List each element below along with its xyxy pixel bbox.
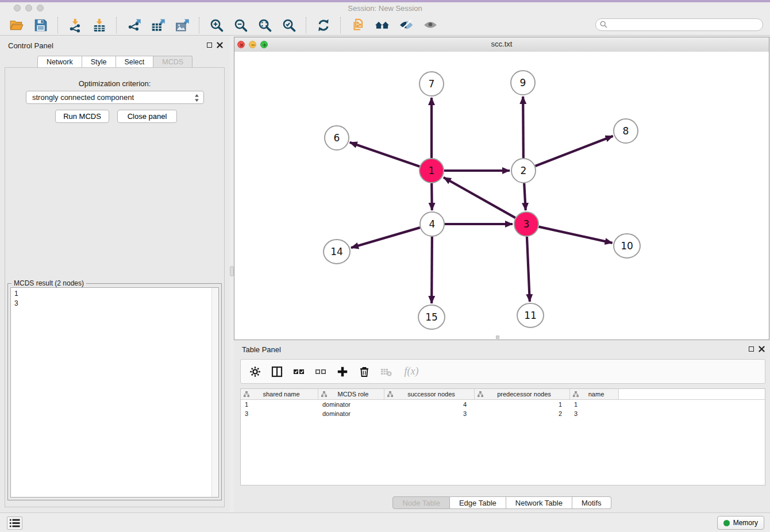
show-panels-button[interactable] [7, 516, 22, 530]
toolbar-separator [116, 17, 117, 33]
export-table-button[interactable] [148, 16, 168, 34]
float-icon[interactable] [749, 346, 754, 352]
home-button[interactable] [372, 16, 392, 34]
clone-network-button[interactable] [348, 16, 368, 34]
graph-node-11[interactable]: 11 [517, 303, 544, 327]
graph-node-10[interactable]: 10 [614, 234, 640, 258]
show-details-button[interactable] [421, 16, 440, 34]
save-session-button[interactable] [31, 16, 51, 34]
add-column-button[interactable] [336, 365, 349, 379]
select-all-button[interactable] [292, 365, 305, 379]
split-view-icon [271, 365, 283, 378]
zoom-selected-icon [282, 18, 297, 33]
graph-node-15[interactable]: 15 [418, 305, 445, 329]
search-input[interactable] [595, 18, 763, 31]
control-panel: Control Panel NetworkStyleSelectMCDS Opt… [0, 36, 230, 512]
toolbar-separator [306, 17, 307, 33]
column-label: predecessor nodes [483, 391, 569, 398]
table-cell: dominator [318, 410, 384, 417]
graph-node-1[interactable]: 1 [419, 159, 444, 183]
tab-edge-table[interactable]: Edge Table [450, 496, 506, 509]
graph-node-9[interactable]: 9 [511, 71, 535, 95]
toolbar-separator [199, 17, 200, 33]
result-scrollbar[interactable] [211, 288, 218, 497]
tab-network[interactable]: Network [37, 56, 82, 68]
graph-node-4[interactable]: 4 [420, 212, 444, 236]
run-mcds-button[interactable]: Run MCDS [55, 110, 109, 123]
split-view-button[interactable] [271, 365, 283, 379]
zoom-out-button[interactable] [231, 16, 251, 34]
edge-4-15[interactable] [432, 237, 432, 303]
column-header-successor-nodes[interactable]: successor nodes [384, 389, 475, 400]
open-session-button[interactable] [7, 16, 26, 34]
edge-2-9[interactable] [523, 97, 523, 158]
mcds-result-box[interactable]: 13 [10, 287, 219, 498]
float-icon[interactable] [207, 43, 212, 48]
zoom-in-button[interactable] [207, 16, 226, 34]
export-network-button[interactable] [124, 16, 144, 34]
table-cell: 1 [475, 401, 570, 408]
zoom-fit-button[interactable] [255, 16, 275, 34]
import-table-button[interactable] [90, 16, 109, 34]
edge-1-6[interactable] [350, 142, 420, 167]
network-graph: 7968124314101511 [234, 52, 769, 340]
panel-splitter[interactable] [230, 266, 234, 276]
column-header-MCDS-role[interactable]: MCDS role [318, 389, 384, 400]
mcds-result-title: MCDS result (2 nodes) [11, 279, 86, 287]
tab-select[interactable]: Select [116, 56, 154, 68]
column-header-shared-name[interactable]: shared name [241, 389, 318, 400]
node-label: 8 [623, 125, 629, 137]
mcds-result-lines: 13 [11, 288, 218, 310]
import-network-icon [68, 18, 83, 33]
edge-3-10[interactable] [538, 227, 612, 243]
control-panel-tabs: NetworkStyleSelectMCDS [0, 56, 230, 68]
tab-mcds[interactable]: MCDS [153, 56, 192, 68]
edge-2-3[interactable] [524, 183, 526, 210]
import-table-icon [92, 18, 107, 33]
edge-2-8[interactable] [536, 136, 613, 166]
edge-1-4[interactable] [432, 183, 432, 210]
graph-node-3[interactable]: 3 [514, 212, 538, 236]
tab-node-table[interactable]: Node Table [392, 496, 450, 509]
close-icon[interactable] [759, 346, 765, 352]
sort-hierarchy-icon [321, 391, 327, 397]
tab-network-table[interactable]: Network Table [506, 496, 572, 509]
memory-button[interactable]: Memory [717, 516, 764, 530]
window-resize-grip[interactable] [496, 336, 499, 339]
node-label: 4 [429, 218, 436, 230]
node-label: 3 [523, 218, 530, 230]
show-details-icon [423, 18, 438, 33]
export-image-button[interactable] [172, 16, 192, 34]
column-label: successor nodes [393, 391, 474, 398]
zoom-selected-button[interactable] [279, 16, 299, 34]
tab-style[interactable]: Style [82, 56, 116, 68]
graph-node-2[interactable]: 2 [511, 159, 536, 183]
tab-motifs[interactable]: Motifs [572, 496, 611, 509]
graph-node-6[interactable]: 6 [325, 126, 349, 150]
delete-rows-icon [358, 365, 371, 378]
sort-hierarchy-icon [387, 391, 393, 397]
graph-node-7[interactable]: 7 [419, 72, 444, 96]
optimization-select-value: strongly connected component [32, 93, 134, 102]
hide-details-button[interactable] [396, 16, 416, 34]
edge-3-11[interactable] [527, 237, 530, 302]
node-label: 2 [521, 165, 527, 176]
column-header-predecessor-nodes[interactable]: predecessor nodes [475, 389, 570, 400]
edge-3-1[interactable] [444, 178, 515, 218]
graph-node-8[interactable]: 8 [614, 119, 638, 143]
table-row[interactable]: 1dominator411 [241, 400, 765, 409]
delete-rows-button[interactable] [358, 365, 371, 379]
edge-4-14[interactable] [351, 228, 420, 248]
refresh-button[interactable] [314, 16, 333, 34]
deselect-all-button[interactable] [314, 365, 327, 379]
optimization-select[interactable]: strongly connected component [26, 91, 204, 104]
clone-network-icon [351, 18, 365, 33]
close-icon[interactable] [217, 42, 223, 48]
graph-node-14[interactable]: 14 [324, 240, 350, 264]
table-row[interactable]: 3dominator323 [241, 409, 765, 418]
close-panel-button[interactable]: Close panel [117, 110, 177, 123]
network-canvas[interactable]: 7968124314101511 [234, 52, 769, 340]
column-header-name[interactable]: name [570, 389, 619, 400]
settings-button[interactable] [249, 365, 261, 379]
import-network-button[interactable] [66, 16, 85, 34]
